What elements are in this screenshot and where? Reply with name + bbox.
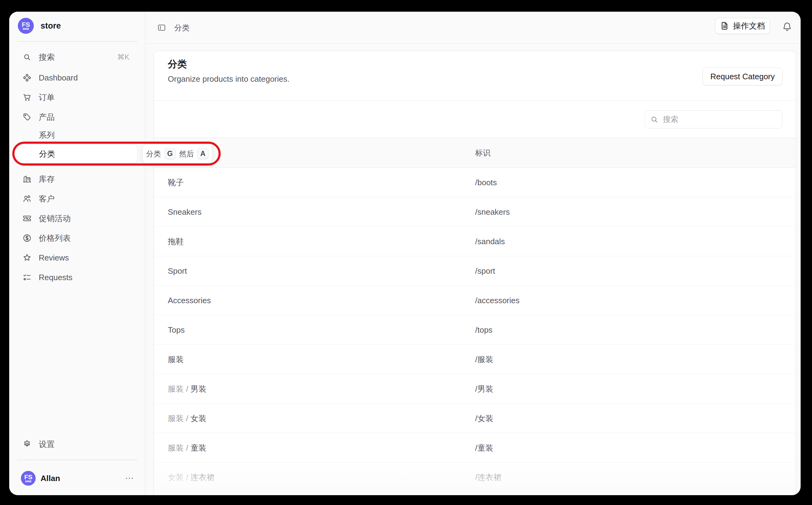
store-logo: FS 6688	[18, 18, 34, 34]
table-row[interactable]: 服装 /服装	[154, 345, 796, 374]
category-name: Sport	[168, 266, 187, 275]
table-row[interactable]: 服装 / 童装 /童装	[154, 433, 796, 463]
store-logo-subtext: 6688	[23, 27, 29, 30]
category-name: 童装	[190, 443, 207, 452]
sidebar-item-label: 产品	[39, 112, 55, 123]
category-name: 男装	[190, 384, 207, 393]
table-row[interactable]: 服装 / 男装 /男装	[154, 374, 796, 403]
store-name: store	[40, 21, 61, 31]
sidebar-item-label: 库存	[39, 174, 55, 185]
table-body: 靴子 /boots Sneakers /sneakers 拖鞋 /sandals…	[154, 168, 796, 492]
category-handle: /童装	[475, 442, 493, 453]
sidebar-item-label: 系列	[39, 130, 55, 141]
sidebar-divider-top	[17, 41, 137, 42]
category-name: 靴子	[168, 178, 184, 187]
page-subtitle: Organize products into categories.	[168, 74, 289, 84]
sidebar-item-customers[interactable]: 客户	[14, 189, 140, 208]
sidebar-item-label: Dashboard	[39, 73, 78, 82]
sidebar-item-requests[interactable]: Requests	[14, 268, 140, 287]
table-header-row: 分类 标识	[154, 138, 796, 168]
dashboard-icon	[22, 73, 32, 82]
promotion-ticket-icon	[22, 214, 32, 223]
category-handle: /tops	[475, 325, 492, 335]
sidebar-item-products[interactable]: 产品	[14, 107, 140, 127]
sidebar-item-reviews[interactable]: Reviews	[14, 248, 140, 268]
sidebar-item-label: Reviews	[39, 253, 69, 263]
table-row[interactable]: 拖鞋 /sandals	[154, 227, 796, 256]
sidebar-toggle-icon	[157, 23, 166, 32]
avatar-logo-text: FS	[24, 474, 32, 480]
table-search-input[interactable]	[645, 110, 783, 128]
app-window: FS 6688 store 搜索 ⌘K Dashboard 订单 产品 系列	[9, 12, 801, 495]
user-menu[interactable]: FS 6688 Allan	[14, 467, 140, 489]
shortcut-tooltip: 分类 G 然后 A	[142, 144, 213, 163]
ellipsis-icon[interactable]	[125, 474, 134, 483]
category-path-prefix: 服装 /	[168, 443, 190, 452]
shortcut-tooltip-label: 分类	[146, 149, 161, 159]
category-handle: /连衣裙	[475, 472, 501, 483]
sidebar-item-label: 促销活动	[39, 213, 71, 224]
category-name: Tops	[168, 325, 185, 334]
category-name: 连衣裙	[190, 473, 215, 482]
topbar: 分类 操作文档	[145, 12, 801, 44]
main-area: 分类 操作文档 分类 Organize products into catego…	[145, 12, 801, 495]
category-handle: /sandals	[475, 236, 505, 246]
sidebar-search-shortcut: ⌘K	[117, 53, 129, 61]
sidebar-item-settings[interactable]: 设置	[14, 434, 140, 454]
store-switcher[interactable]: FS 6688 store	[9, 12, 145, 40]
category-path-prefix: 服装 /	[168, 413, 190, 423]
category-name: Sneakers	[168, 207, 201, 216]
search-icon	[650, 115, 659, 124]
categories-card: 分类 Organize products into categories. Re…	[154, 51, 796, 495]
buildings-icon	[22, 174, 32, 184]
price-dollar-icon	[22, 233, 32, 243]
sidebar-item-inventory[interactable]: 库存	[14, 169, 140, 189]
sidebar-item-label: Requests	[39, 273, 73, 282]
sidebar-item-label: 价格列表	[39, 233, 71, 243]
sidebar-toggle-button[interactable]	[155, 21, 168, 34]
key-badge-a: A	[197, 148, 209, 159]
card-header-divider	[154, 101, 796, 101]
table-search	[645, 110, 783, 128]
user-name: Allan	[40, 474, 60, 483]
table-row[interactable]: 服装 / 女装 /女装	[154, 403, 796, 433]
request-category-button[interactable]: Request Category	[703, 67, 783, 86]
bell-icon[interactable]	[782, 21, 793, 32]
sidebar-search[interactable]: 搜索 ⌘K	[14, 48, 140, 66]
docs-button[interactable]: 操作文档	[715, 18, 770, 34]
avatar: FS 6688	[21, 471, 36, 486]
sidebar-item-label: 分类	[39, 149, 55, 159]
category-handle: /sneakers	[475, 207, 510, 216]
category-handle: /accessories	[475, 296, 520, 305]
sidebar-item-label: 设置	[39, 439, 55, 450]
category-handle: /服装	[475, 354, 493, 365]
sidebar: FS 6688 store 搜索 ⌘K Dashboard 订单 产品 系列	[9, 12, 145, 495]
table-row[interactable]: Sport /sport	[154, 256, 796, 286]
sidebar-item-price-lists[interactable]: 价格列表	[14, 228, 140, 248]
sidebar-item-categories-active[interactable]: 分类	[14, 144, 137, 163]
document-icon	[720, 21, 729, 30]
category-path-prefix: 女装 /	[168, 473, 190, 482]
category-handle: /男装	[475, 383, 493, 394]
table-row[interactable]: Sneakers /sneakers	[154, 197, 796, 227]
sidebar-item-promotions[interactable]: 促销活动	[14, 208, 140, 228]
checklist-icon	[22, 273, 32, 282]
docs-button-label: 操作文档	[733, 21, 765, 31]
table-row[interactable]: 女装 / 连衣裙 /连衣裙	[154, 463, 796, 492]
category-path-prefix: 服装 /	[168, 384, 190, 393]
category-handle: /sport	[475, 266, 495, 276]
search-icon	[22, 52, 32, 62]
sidebar-item-collections[interactable]: 系列	[14, 127, 140, 144]
users-icon	[22, 194, 32, 203]
sidebar-item-orders[interactable]: 订单	[14, 88, 140, 107]
column-header-handle: 标识	[475, 148, 491, 158]
shortcut-tooltip-connector: 然后	[179, 149, 194, 159]
sidebar-item-label: 订单	[39, 92, 55, 103]
table-row[interactable]: Tops /tops	[154, 315, 796, 345]
sidebar-item-dashboard[interactable]: Dashboard	[14, 68, 140, 88]
category-name: 服装	[168, 354, 184, 364]
category-name: 女装	[190, 413, 207, 423]
gear-icon	[22, 440, 32, 449]
table-row[interactable]: Accessories /accessories	[154, 286, 796, 315]
table-row[interactable]: 靴子 /boots	[154, 168, 796, 197]
